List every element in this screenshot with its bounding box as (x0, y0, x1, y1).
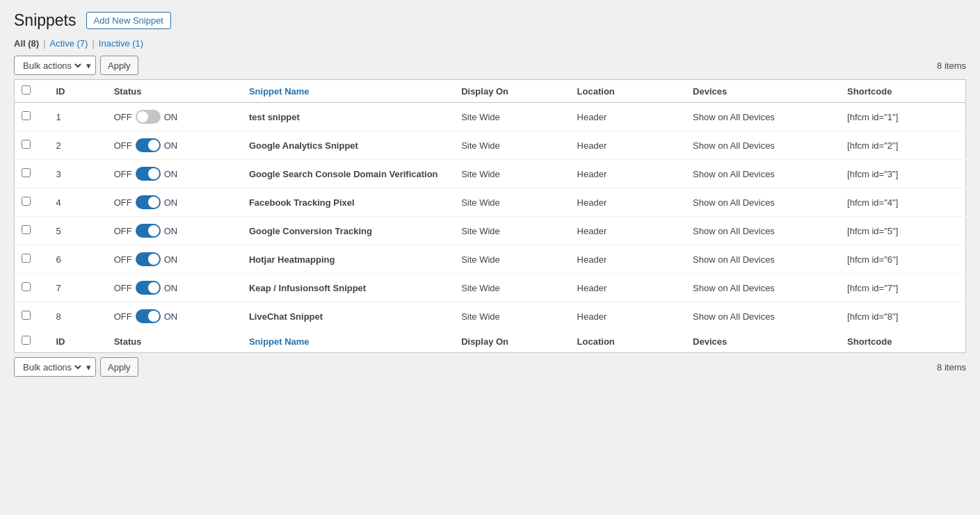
row-snippet-name: Google Search Console Domain Verificatio… (242, 160, 454, 188)
row-devices: Show on All Devices (686, 274, 840, 302)
bottom-tablenav: Bulk actions ▾ Apply 8 items (14, 357, 966, 377)
select-all-checkbox-bottom[interactable] (22, 336, 31, 345)
col-footer-snippet-name[interactable]: Snippet Name (242, 330, 454, 353)
add-new-snippet-button[interactable]: Add New Snippet (86, 12, 171, 29)
row-devices: Show on All Devices (686, 103, 840, 131)
col-footer-display-on: Display On (454, 330, 570, 353)
toggle-on-label: ON (164, 169, 178, 179)
row-shortcode: [hfcm id="8"] (840, 302, 965, 331)
bottom-items-count: 8 items (937, 362, 966, 373)
row-5-toggle[interactable] (136, 224, 161, 238)
row-7-toggle[interactable] (136, 281, 161, 295)
table-row: 1OFFONtest snippetSite WideHeaderShow on… (15, 103, 966, 131)
row-id: 1 (49, 103, 106, 131)
col-header-display-on: Display On (454, 80, 570, 103)
table-row: 3OFFONGoogle Search Console Domain Verif… (15, 160, 966, 188)
bottom-apply-button[interactable]: Apply (100, 357, 138, 377)
toggle-off-label: OFF (114, 112, 132, 122)
row-location: Header (570, 188, 686, 217)
row-location: Header (570, 245, 686, 274)
row-6-toggle[interactable] (136, 252, 161, 266)
row-location: Header (570, 217, 686, 245)
toggle-on-label: ON (164, 226, 178, 236)
toggle-off-label: OFF (114, 283, 132, 293)
filter-inactive[interactable]: Inactive (1) (99, 38, 143, 49)
row-display-on: Site Wide (454, 245, 570, 274)
row-checkbox-cell (15, 160, 49, 188)
row-shortcode: [hfcm id="1"] (840, 103, 965, 131)
row-snippet-name: Keap / Infusionsoft Snippet (242, 274, 454, 302)
toggle-on-label: ON (164, 112, 178, 122)
col-header-id: ID (49, 80, 106, 103)
table-foot: ID Status Snippet Name Display On Locati… (15, 330, 966, 353)
bottom-tablenav-left: Bulk actions ▾ Apply (14, 357, 138, 377)
row-1-toggle[interactable] (136, 110, 161, 124)
toggle-off-label: OFF (114, 254, 132, 265)
row-1-checkbox[interactable] (22, 111, 31, 120)
row-3-toggle[interactable] (136, 167, 161, 181)
row-2-checkbox[interactable] (22, 140, 31, 149)
row-id: 4 (49, 188, 106, 217)
snippets-table: ID Status Snippet Name Display On Locati… (14, 79, 966, 353)
col-footer-location: Location (570, 330, 686, 353)
toggle-on-label: ON (164, 140, 178, 151)
row-id: 3 (49, 160, 106, 188)
row-snippet-name: Google Conversion Tracking (242, 217, 454, 245)
row-shortcode: [hfcm id="5"] (840, 217, 965, 245)
row-snippet-name: LiveChat Snippet (242, 302, 454, 331)
top-bulk-actions-dropdown[interactable]: Bulk actions (20, 60, 83, 72)
bottom-bulk-actions-dropdown[interactable]: Bulk actions (20, 361, 83, 373)
row-shortcode: [hfcm id="2"] (840, 131, 965, 160)
row-status: OFFON (107, 245, 242, 274)
toggle-on-label: ON (164, 311, 178, 322)
top-apply-button[interactable]: Apply (100, 56, 138, 75)
row-devices: Show on All Devices (686, 188, 840, 217)
filter-all[interactable]: All (8) (14, 38, 39, 49)
row-location: Header (570, 160, 686, 188)
top-bulk-actions-select[interactable]: Bulk actions ▾ (14, 56, 96, 75)
top-items-count: 8 items (937, 60, 966, 71)
row-3-checkbox[interactable] (22, 168, 31, 177)
row-8-toggle[interactable] (136, 309, 161, 323)
toggle-off-label: OFF (114, 197, 132, 208)
row-devices: Show on All Devices (686, 131, 840, 160)
page-title: Snippets (14, 11, 77, 30)
row-checkbox-cell (15, 245, 49, 274)
row-display-on: Site Wide (454, 217, 570, 245)
row-4-toggle[interactable] (136, 195, 161, 209)
col-header-checkbox (15, 80, 49, 103)
row-display-on: Site Wide (454, 188, 570, 217)
col-footer-shortcode: Shortcode (840, 330, 965, 353)
row-6-checkbox[interactable] (22, 254, 31, 263)
filter-active[interactable]: Active (7) (50, 38, 88, 49)
row-display-on: Site Wide (454, 160, 570, 188)
row-display-on: Site Wide (454, 274, 570, 302)
row-status: OFFON (107, 160, 242, 188)
row-status: OFFON (107, 274, 242, 302)
row-id: 5 (49, 217, 106, 245)
row-snippet-name: test snippet (242, 103, 454, 131)
table-row: 4OFFONFacebook Tracking PixelSite WideHe… (15, 188, 966, 217)
toggle-off-label: OFF (114, 169, 132, 179)
row-8-checkbox[interactable] (22, 311, 31, 320)
row-2-toggle[interactable] (136, 138, 161, 152)
table-row: 7OFFONKeap / Infusionsoft SnippetSite Wi… (15, 274, 966, 302)
row-5-checkbox[interactable] (22, 225, 31, 234)
bottom-bulk-actions-select[interactable]: Bulk actions ▾ (14, 357, 96, 377)
select-all-checkbox-top[interactable] (22, 85, 31, 95)
row-checkbox-cell (15, 188, 49, 217)
top-tablenav-left: Bulk actions ▾ Apply (14, 56, 138, 75)
col-header-snippet-name[interactable]: Snippet Name (242, 80, 454, 103)
row-location: Header (570, 274, 686, 302)
col-header-status: Status (107, 80, 242, 103)
col-header-location: Location (570, 80, 686, 103)
row-id: 7 (49, 274, 106, 302)
row-id: 6 (49, 245, 106, 274)
row-7-checkbox[interactable] (22, 282, 31, 291)
row-checkbox-cell (15, 131, 49, 160)
row-shortcode: [hfcm id="3"] (840, 160, 965, 188)
row-status: OFFON (107, 131, 242, 160)
row-4-checkbox[interactable] (22, 197, 31, 206)
toggle-off-label: OFF (114, 311, 132, 322)
col-header-devices: Devices (686, 80, 840, 103)
